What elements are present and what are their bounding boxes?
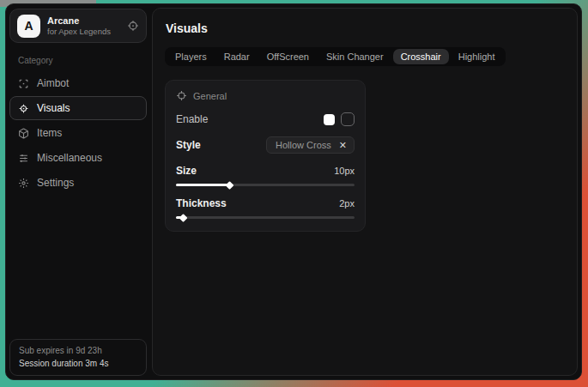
tab-radar[interactable]: Radar <box>216 49 258 64</box>
thickness-slider-fill <box>176 216 183 219</box>
sidebar: A Arcane for Apex Legends Category <box>6 4 150 379</box>
sidebar-nav: Aimbot Visuals <box>9 71 147 195</box>
size-label: Size <box>176 165 197 177</box>
thickness-label: Thickness <box>176 197 227 209</box>
scan-eye-icon <box>18 103 29 114</box>
style-label: Style <box>176 139 201 151</box>
sidebar-item-label: Visuals <box>37 102 70 114</box>
sidebar-item-label: Settings <box>37 177 74 189</box>
category-label: Category <box>18 56 147 65</box>
sidebar-item-label: Miscellaneous <box>37 152 102 164</box>
subscription-info-box: Sub expires in 9d 23h Session duration 3… <box>9 339 147 376</box>
size-value: 10px <box>334 166 355 176</box>
brand-text: Arcane for Apex Legends <box>47 16 120 36</box>
gear-icon <box>18 178 29 189</box>
page-title: Visuals <box>166 21 565 35</box>
sliders-icon <box>18 153 29 164</box>
style-row: Style Hollow Cross ✕ <box>176 136 355 154</box>
tab-players[interactable]: Players <box>167 49 215 64</box>
sidebar-item-miscellaneous[interactable]: Miscellaneous <box>9 146 147 170</box>
app-window: A Arcane for Apex Legends Category <box>5 3 582 380</box>
size-setting: Size 10px <box>176 165 355 186</box>
thickness-slider[interactable] <box>176 216 355 219</box>
brand-logo: A <box>17 15 40 38</box>
general-settings-card: General Enable Style Hollow Cross ✕ Size <box>165 80 366 232</box>
enable-row: Enable <box>176 112 355 126</box>
sub-expires-text: Sub expires in 9d 23h <box>19 346 137 355</box>
tab-strip: Players Radar OffScreen Skin Changer Cro… <box>165 47 506 66</box>
style-selected-value: Hollow Cross <box>276 140 331 150</box>
keybind-box[interactable] <box>341 112 355 126</box>
sidebar-item-aimbot[interactable]: Aimbot <box>9 71 147 95</box>
sidebar-item-visuals[interactable]: Visuals <box>9 96 147 120</box>
thickness-setting: Thickness 2px <box>176 197 355 219</box>
section-title: General <box>193 91 227 101</box>
main-panel: Visuals Players Radar OffScreen Skin Cha… <box>152 8 578 376</box>
thickness-slider-thumb[interactable] <box>179 214 188 222</box>
sidebar-item-label: Aimbot <box>37 77 69 89</box>
size-slider-thumb[interactable] <box>226 181 234 190</box>
tab-highlight[interactable]: Highlight <box>451 49 503 64</box>
crosshair-icon <box>176 90 187 101</box>
sidebar-item-label: Items <box>37 127 62 139</box>
tab-skin-changer[interactable]: Skin Changer <box>318 49 391 64</box>
session-duration-text: Session duration 3m 4s <box>19 359 137 368</box>
thickness-value: 2px <box>339 198 355 209</box>
crosshair-frame-icon <box>18 78 29 89</box>
brand-subtitle: for Apex Legends <box>47 27 120 36</box>
size-slider[interactable] <box>176 184 355 186</box>
enable-controls <box>324 112 355 126</box>
card-header: General <box>176 90 355 101</box>
brand-card: A Arcane for Apex Legends <box>9 9 147 43</box>
style-select[interactable]: Hollow Cross ✕ <box>266 136 355 154</box>
size-slider-fill <box>176 184 229 186</box>
tab-offscreen[interactable]: OffScreen <box>259 49 317 64</box>
sidebar-item-items[interactable]: Items <box>9 121 147 145</box>
enable-label: Enable <box>176 113 208 125</box>
package-icon <box>18 128 29 139</box>
sidebar-item-settings[interactable]: Settings <box>9 171 147 195</box>
brand-name: Arcane <box>47 16 120 26</box>
target-icon[interactable] <box>127 20 139 32</box>
tab-crosshair[interactable]: Crosshair <box>393 49 449 64</box>
enable-checkbox[interactable] <box>324 114 335 125</box>
clear-icon[interactable]: ✕ <box>339 141 347 150</box>
